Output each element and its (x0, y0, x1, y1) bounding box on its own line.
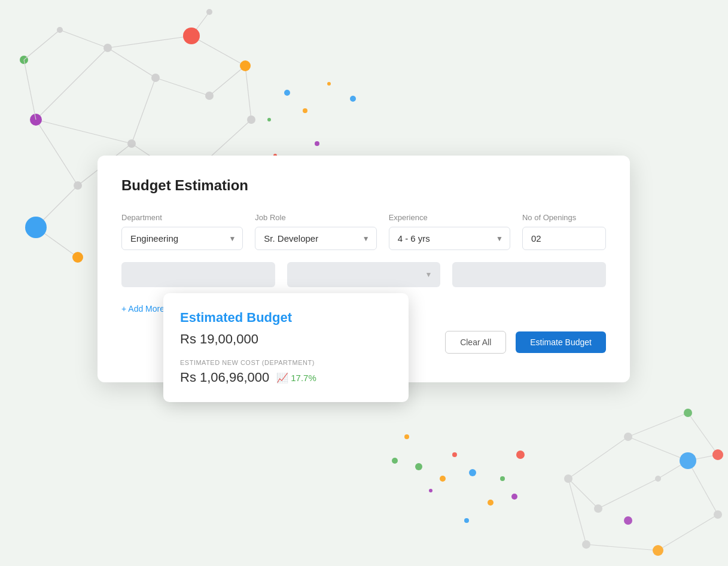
svg-point-54 (594, 504, 602, 513)
svg-point-18 (183, 28, 200, 44)
trend-up-icon: 📈 (276, 372, 288, 384)
skeleton-loader-2: ▼ (287, 262, 441, 287)
department-field: Department Engineering Marketing Finance… (121, 213, 243, 250)
svg-line-35 (628, 437, 688, 461)
jobrole-label: Job Role (255, 213, 376, 222)
popup-new-cost-row: Rs 1,06,96,000 📈 17.7% (180, 370, 392, 385)
svg-point-49 (714, 510, 722, 519)
svg-line-33 (24, 30, 60, 60)
svg-point-63 (350, 96, 356, 102)
popup-new-cost-label: ESTIMATED NEW COST (DEPARTMENT) (180, 359, 392, 366)
svg-point-50 (653, 545, 663, 556)
svg-point-55 (655, 476, 661, 482)
svg-line-44 (658, 461, 688, 479)
svg-point-73 (464, 518, 469, 523)
jobrole-field: Job Role Sr. Developer Jr. Developer Man… (255, 213, 376, 250)
page-title: Budget Estimation (121, 177, 606, 194)
openings-input[interactable] (522, 227, 606, 250)
skeleton-loader-3 (452, 262, 606, 287)
svg-line-5 (191, 36, 245, 66)
svg-line-34 (568, 437, 628, 479)
svg-point-47 (624, 433, 632, 441)
svg-point-21 (205, 92, 214, 100)
svg-point-72 (511, 494, 517, 500)
svg-point-60 (315, 141, 319, 146)
svg-line-36 (688, 461, 718, 515)
svg-line-45 (568, 479, 598, 509)
svg-line-1 (36, 120, 78, 185)
svg-point-68 (469, 469, 476, 476)
popup-change-percent: 📈 17.7% (276, 372, 316, 384)
svg-line-32 (60, 30, 108, 48)
department-select[interactable]: Engineering Marketing Finance HR Operati… (121, 227, 243, 250)
experience-label: Experience (389, 213, 510, 222)
svg-point-59 (267, 118, 271, 121)
svg-point-53 (712, 449, 723, 460)
svg-line-2 (36, 120, 132, 144)
svg-point-52 (684, 409, 692, 417)
svg-line-3 (108, 36, 191, 48)
experience-select-wrapper: 0 - 2 yrs 2 - 4 yrs 4 - 6 yrs 6 - 10 yrs… (389, 227, 510, 250)
jobrole-select[interactable]: Sr. Developer Jr. Developer Manager Anal… (255, 227, 376, 250)
svg-line-38 (586, 544, 658, 550)
svg-line-31 (24, 60, 36, 120)
form-row-1: Department Engineering Marketing Finance… (121, 213, 606, 250)
svg-point-62 (327, 82, 331, 86)
svg-line-37 (658, 515, 718, 550)
svg-point-74 (404, 434, 409, 439)
popup-percent-value: 17.7% (291, 373, 316, 383)
estimate-budget-button[interactable]: Estimate Budget (516, 331, 606, 353)
svg-point-69 (488, 500, 494, 506)
svg-line-11 (36, 185, 78, 227)
svg-point-30 (57, 27, 63, 33)
form-row-2: ▼ (121, 262, 606, 287)
svg-point-66 (452, 452, 457, 457)
svg-line-12 (36, 227, 78, 257)
experience-select[interactable]: 0 - 2 yrs 2 - 4 yrs 4 - 6 yrs 6 - 10 yrs… (389, 227, 510, 250)
svg-point-26 (72, 252, 83, 263)
svg-point-46 (564, 474, 572, 483)
svg-line-0 (36, 48, 108, 120)
clear-all-button[interactable]: Clear All (445, 331, 506, 354)
svg-line-43 (598, 479, 658, 509)
svg-line-40 (628, 413, 688, 437)
svg-point-20 (151, 74, 160, 82)
svg-point-16 (30, 114, 42, 126)
svg-point-29 (20, 56, 28, 64)
openings-label: No of Openings (522, 213, 606, 222)
svg-point-23 (127, 139, 136, 148)
svg-line-39 (568, 479, 586, 544)
popup-title: Estimated Budget (180, 310, 392, 325)
jobrole-select-wrapper: Sr. Developer Jr. Developer Manager Anal… (255, 227, 376, 250)
svg-line-13 (209, 66, 245, 96)
department-label: Department (121, 213, 243, 222)
openings-field: No of Openings (522, 213, 606, 250)
svg-line-42 (688, 455, 718, 461)
svg-point-25 (25, 217, 47, 238)
department-select-wrapper: Engineering Marketing Finance HR Operati… (121, 227, 243, 250)
svg-line-7 (156, 78, 209, 96)
svg-point-19 (206, 9, 212, 15)
svg-line-4 (108, 48, 156, 78)
svg-point-57 (284, 90, 290, 96)
svg-line-6 (191, 12, 209, 36)
svg-point-51 (582, 540, 590, 549)
add-more-link[interactable]: + Add More (121, 304, 165, 314)
svg-point-56 (624, 516, 632, 525)
skeleton-field-1 (121, 262, 275, 287)
svg-line-41 (688, 413, 718, 455)
svg-point-48 (680, 452, 696, 469)
svg-point-65 (440, 476, 446, 482)
svg-point-75 (392, 458, 398, 464)
budget-popup: Estimated Budget Rs 19,00,000 ESTIMATED … (163, 293, 409, 402)
svg-point-24 (74, 181, 82, 190)
popup-new-cost-amount: Rs 1,06,96,000 (180, 370, 269, 385)
svg-point-22 (240, 60, 251, 71)
svg-point-64 (415, 463, 422, 470)
svg-point-28 (247, 115, 255, 124)
experience-field: Experience 0 - 2 yrs 2 - 4 yrs 4 - 6 yrs… (389, 213, 510, 250)
skeleton-field-3 (452, 262, 606, 287)
popup-amount: Rs 19,00,000 (180, 331, 392, 347)
svg-point-58 (303, 108, 307, 113)
skeleton-loader-1 (121, 262, 275, 287)
